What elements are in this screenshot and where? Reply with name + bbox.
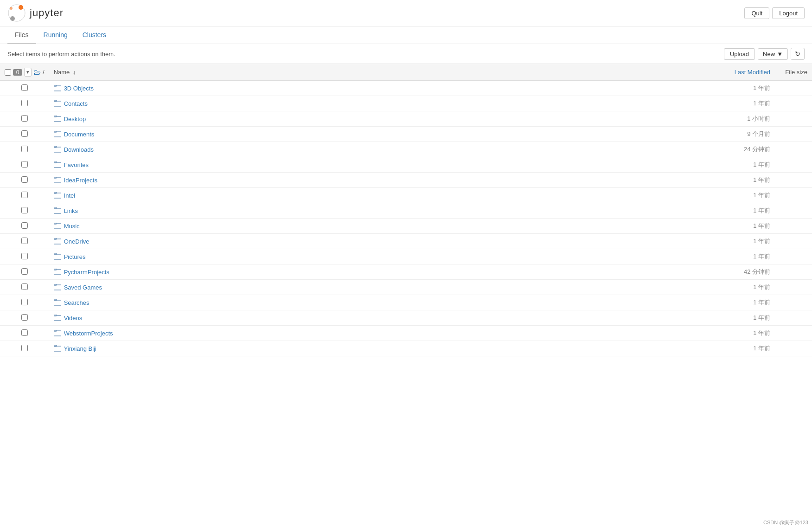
select-all-checkbox[interactable]: [5, 69, 11, 76]
file-name-link[interactable]: Links: [64, 207, 78, 214]
row-modified-cell: 1 年前: [710, 203, 775, 219]
row-checkbox-cell: [0, 96, 49, 111]
row-size-cell: [775, 326, 812, 341]
table-row: Music1 年前: [0, 219, 812, 234]
row-checkbox-cell: [0, 341, 49, 356]
row-checkbox[interactable]: [21, 238, 28, 244]
file-name-link[interactable]: Yinxiang Biji: [64, 345, 96, 352]
table-row: Documents9 个月前: [0, 127, 812, 142]
header-checkbox-col: 0 ▾ 🗁 /: [0, 64, 49, 81]
tab-files[interactable]: Files: [7, 26, 36, 44]
tab-running[interactable]: Running: [36, 26, 75, 44]
header-modified-col[interactable]: Last Modified: [710, 64, 775, 81]
row-modified-cell: 1 年前: [710, 249, 775, 264]
row-size-cell: [775, 96, 812, 111]
row-name-cell: PycharmProjects: [49, 264, 710, 280]
row-checkbox[interactable]: [21, 176, 28, 183]
row-checkbox[interactable]: [21, 115, 28, 122]
row-name-cell: Pictures: [49, 249, 710, 264]
row-size-cell: [775, 341, 812, 356]
row-checkbox[interactable]: [21, 146, 28, 152]
row-checkbox[interactable]: [21, 84, 28, 91]
row-checkbox[interactable]: [21, 283, 28, 290]
header: jupyter Quit Logout: [0, 0, 812, 26]
sort-arrow-icon: ↓: [73, 69, 76, 76]
row-name-cell: Links: [49, 203, 710, 219]
svg-point-2: [10, 16, 15, 21]
file-name-link[interactable]: Desktop: [64, 116, 86, 122]
header-size-col[interactable]: File size: [775, 64, 812, 81]
quit-button[interactable]: Quit: [744, 7, 769, 19]
file-name-link[interactable]: Searches: [64, 299, 90, 306]
row-modified-cell: 1 年前: [710, 234, 775, 249]
row-checkbox-cell: [0, 264, 49, 280]
file-name-link[interactable]: Contacts: [64, 100, 88, 107]
file-name-link[interactable]: Documents: [64, 131, 95, 138]
file-name-link[interactable]: OneDrive: [64, 238, 90, 245]
count-dropdown-arrow[interactable]: ▾: [24, 68, 32, 77]
row-checkbox[interactable]: [21, 314, 28, 321]
row-name-cell: Searches: [49, 295, 710, 310]
row-checkbox[interactable]: [21, 253, 28, 259]
breadcrumb-path: /: [43, 69, 45, 76]
row-size-cell: [775, 219, 812, 234]
table-row: Yinxiang Biji1 年前: [0, 341, 812, 356]
folder-icon: [54, 177, 61, 183]
file-name-link[interactable]: Saved Games: [64, 284, 102, 291]
new-button[interactable]: New ▼: [758, 48, 788, 60]
row-checkbox[interactable]: [21, 329, 28, 336]
row-checkbox[interactable]: [21, 207, 28, 213]
file-name-link[interactable]: PycharmProjects: [64, 269, 109, 276]
file-name-link[interactable]: WebstormProjects: [64, 330, 113, 337]
row-name-cell: WebstormProjects: [49, 326, 710, 341]
breadcrumb-folder-icon: 🗁: [33, 68, 41, 77]
row-checkbox[interactable]: [21, 222, 28, 229]
row-size-cell: [775, 142, 812, 157]
folder-icon: [54, 269, 61, 275]
row-checkbox-cell: [0, 203, 49, 219]
row-checkbox[interactable]: [21, 130, 28, 137]
tab-clusters[interactable]: Clusters: [75, 26, 114, 44]
file-name-link[interactable]: Downloads: [64, 146, 94, 153]
row-name-cell: Desktop: [49, 111, 710, 127]
row-checkbox[interactable]: [21, 161, 28, 167]
row-checkbox-cell: [0, 219, 49, 234]
table-row: OneDrive1 年前: [0, 234, 812, 249]
row-name-cell: OneDrive: [49, 234, 710, 249]
file-name-link[interactable]: 3D Objects: [64, 85, 94, 92]
name-header-label: Name: [54, 69, 70, 76]
row-modified-cell: 1 年前: [710, 157, 775, 173]
file-name-link[interactable]: IdeaProjects: [64, 177, 97, 184]
row-checkbox[interactable]: [21, 100, 28, 106]
row-checkbox-cell: [0, 310, 49, 326]
file-name-link[interactable]: Videos: [64, 315, 83, 322]
file-name-link[interactable]: Favorites: [64, 161, 89, 168]
folder-icon: [54, 100, 61, 107]
row-checkbox[interactable]: [21, 299, 28, 305]
row-checkbox[interactable]: [21, 345, 28, 351]
file-name-link[interactable]: Music: [64, 223, 80, 230]
row-checkbox[interactable]: [21, 268, 28, 275]
logout-button[interactable]: Logout: [772, 7, 805, 19]
row-checkbox[interactable]: [21, 192, 28, 198]
row-modified-cell: 1 年前: [710, 326, 775, 341]
tabs-bar: Files Running Clusters: [0, 26, 812, 44]
toolbar-actions: Upload New ▼ ↻: [724, 48, 805, 60]
upload-button[interactable]: Upload: [724, 48, 755, 60]
table-row: Contacts1 年前: [0, 96, 812, 111]
header-name-col[interactable]: Name ↓: [49, 64, 710, 81]
header-buttons: Quit Logout: [744, 7, 805, 19]
row-size-cell: [775, 310, 812, 326]
folder-icon: [54, 315, 61, 321]
row-modified-cell: 1 年前: [710, 81, 775, 96]
folder-icon: [54, 299, 61, 306]
row-modified-cell: 1 年前: [710, 219, 775, 234]
row-checkbox-cell: [0, 81, 49, 96]
file-name-link[interactable]: Intel: [64, 192, 76, 199]
folder-icon: [54, 146, 61, 153]
refresh-button[interactable]: ↻: [791, 48, 805, 60]
row-checkbox-cell: [0, 142, 49, 157]
row-name-cell: Contacts: [49, 96, 710, 111]
row-checkbox-cell: [0, 157, 49, 173]
file-name-link[interactable]: Pictures: [64, 253, 86, 260]
